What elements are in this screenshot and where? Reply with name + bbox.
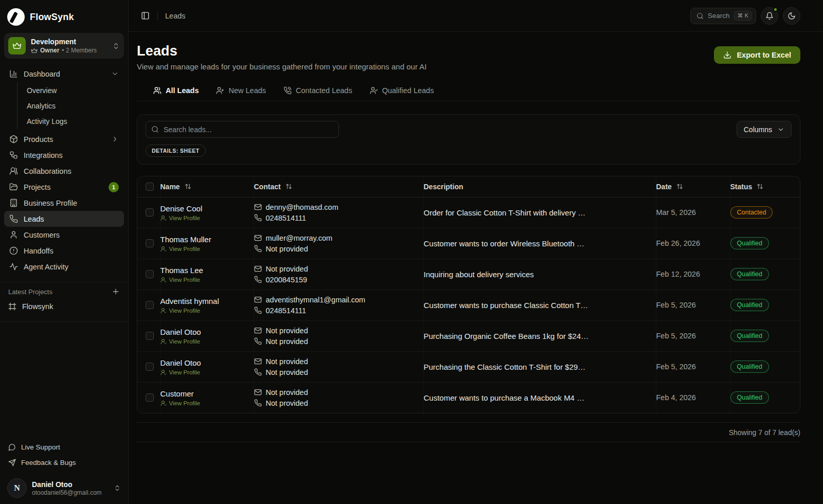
search-icon <box>151 125 159 133</box>
lead-row: Daniel Otoo View Profile Not provided No… <box>137 320 800 351</box>
tab-new-leads[interactable]: New Leads <box>216 86 266 101</box>
users-icon <box>153 86 162 95</box>
sidebar-item-products[interactable]: Products <box>4 131 124 147</box>
view-profile-link[interactable]: View Profile <box>160 369 254 375</box>
sidebar-subitem-overview[interactable]: Overview <box>27 83 124 98</box>
sort-icon[interactable] <box>185 183 191 190</box>
sidebar-subnav: OverviewAnalyticsActivity Logs <box>17 83 124 129</box>
lead-email: Not provided <box>254 265 423 273</box>
row-checkbox[interactable] <box>146 363 154 371</box>
view-profile-link[interactable]: View Profile <box>160 215 254 221</box>
tabs-underline <box>137 101 800 101</box>
sidebar-item-leads[interactable]: Leads <box>4 211 124 227</box>
user-email: otoodaniel56@gmail.com <box>32 489 109 496</box>
chevrons-up-down-icon[interactable] <box>114 484 121 492</box>
row-checkbox[interactable] <box>146 332 154 340</box>
page-title: Leads <box>137 43 426 59</box>
column-label: Date <box>656 183 672 191</box>
sidebar-item-business-profile[interactable]: Business Profile <box>4 195 124 211</box>
view-profile-label: View Profile <box>169 215 201 221</box>
sidebar-item-label: Dashboard <box>24 70 60 78</box>
column-header-description: Description <box>423 176 656 197</box>
sidebar-item-dashboard[interactable]: Dashboard <box>4 66 124 82</box>
mail-icon <box>254 327 262 334</box>
view-profile-link[interactable]: View Profile <box>160 400 254 406</box>
sidebar-item-label: Integrations <box>24 151 63 159</box>
sidebar-item-agent-activity[interactable]: Agent Activity <box>4 259 124 275</box>
tab-all-leads[interactable]: All Leads <box>153 86 199 101</box>
view-profile-link[interactable]: View Profile <box>160 246 254 252</box>
theme-toggle-button[interactable] <box>783 7 800 25</box>
view-profile-link[interactable]: View Profile <box>160 338 254 345</box>
notification-dot <box>773 7 778 12</box>
row-checkbox[interactable] <box>146 393 154 402</box>
sidebar-item-projects[interactable]: Projects 1 <box>4 179 124 195</box>
sidebar-item-integrations[interactable]: Integrations <box>4 147 124 163</box>
sidebar-subitem-analytics[interactable]: Analytics <box>27 98 124 114</box>
table-pagination-bar: Showing 7 of 7 lead(s) <box>137 422 800 442</box>
table-toolbar: Columns DETAILS: SHEET <box>137 114 800 165</box>
sort-icon[interactable] <box>757 183 763 190</box>
topbar-divider <box>157 12 158 20</box>
sidebar-subitem-activity-logs[interactable]: Activity Logs <box>27 114 124 129</box>
view-profile-label: View Profile <box>169 338 201 345</box>
alert-circle-icon <box>9 246 18 255</box>
sidebar-toggle-button[interactable] <box>138 9 152 23</box>
mail-icon <box>254 234 262 242</box>
user-check-icon <box>160 338 167 345</box>
view-profile-link[interactable]: View Profile <box>160 308 254 314</box>
send-icon <box>8 459 16 466</box>
columns-button[interactable]: Columns <box>737 121 792 138</box>
sidebar-link-feedback-bugs[interactable]: Feedback & Bugs <box>8 456 120 469</box>
project-item-flowsynk[interactable]: Flowsynk <box>8 298 120 315</box>
sidebar-link-live-support[interactable]: Live Support <box>8 440 120 454</box>
sidebar-item-handoffs[interactable]: Handoffs <box>4 243 124 259</box>
workspace-role: Owner <box>40 47 59 54</box>
sort-icon[interactable] <box>285 183 292 190</box>
view-profile-label: View Profile <box>169 308 201 314</box>
breadcrumb: Leads <box>165 12 186 20</box>
row-checkbox[interactable] <box>146 270 154 278</box>
lead-row: Thomas Muller View Profile muller@morray… <box>137 228 800 259</box>
sidebar-item-customers[interactable]: Customers <box>4 227 124 243</box>
columns-button-label: Columns <box>744 125 772 134</box>
notifications-button[interactable] <box>761 7 778 25</box>
latest-projects-section: Latest Projects Flowsynk <box>0 282 128 316</box>
download-icon <box>723 51 731 59</box>
lead-row: Denise Cool View Profile denny@thomasd.c… <box>137 197 800 228</box>
lead-email: Not provided <box>254 327 423 335</box>
row-checkbox[interactable] <box>146 301 154 309</box>
leads-search-input[interactable] <box>146 121 339 138</box>
activity-icon <box>9 262 18 271</box>
view-profile-link[interactable]: View Profile <box>160 277 254 283</box>
lead-name: Daniel Otoo <box>160 328 254 336</box>
user-menu[interactable]: N Daniel Otoo otoodaniel56@gmail.com <box>0 475 128 499</box>
sidebar: FlowSynk Development Owner • 2 Members D… <box>0 0 129 504</box>
add-project-icon[interactable] <box>112 287 120 296</box>
column-header-contact: Contact <box>254 176 423 197</box>
select-all-checkbox[interactable] <box>146 183 154 191</box>
user-plus-icon <box>216 86 224 95</box>
sidebar-item-label: Projects <box>24 183 50 191</box>
moon-icon <box>788 12 796 20</box>
user-check-icon <box>160 277 167 283</box>
user-check-icon <box>160 400 167 406</box>
leads-table: NameContactDescriptionDateStatus Denise … <box>137 176 800 413</box>
content: Leads View and manage leads for your bus… <box>129 32 823 504</box>
sidebar-item-collaborations[interactable]: Collaborations <box>4 163 124 179</box>
workspace-switcher[interactable]: Development Owner • 2 Members <box>4 33 124 59</box>
global-search-button[interactable]: Search ⌘ K <box>690 8 756 24</box>
lead-row: Adventist hymnal View Profile adventisth… <box>137 290 800 320</box>
chevrons-up-down-icon[interactable] <box>112 42 120 50</box>
workspace-subtitle: Owner • 2 Members <box>31 47 107 54</box>
column-header-status: Status <box>730 176 800 197</box>
export-to-excel-button[interactable]: Export to Excel <box>714 46 800 64</box>
workspace-name: Development <box>31 38 107 46</box>
tab-qualified-leads[interactable]: Qualified Leads <box>370 86 434 101</box>
view-profile-label: View Profile <box>169 246 201 252</box>
sort-icon[interactable] <box>676 183 683 190</box>
tab-contacted-leads[interactable]: Contacted Leads <box>283 86 352 101</box>
row-checkbox[interactable] <box>146 239 154 247</box>
export-button-label: Export to Excel <box>737 51 791 59</box>
row-checkbox[interactable] <box>146 208 154 217</box>
